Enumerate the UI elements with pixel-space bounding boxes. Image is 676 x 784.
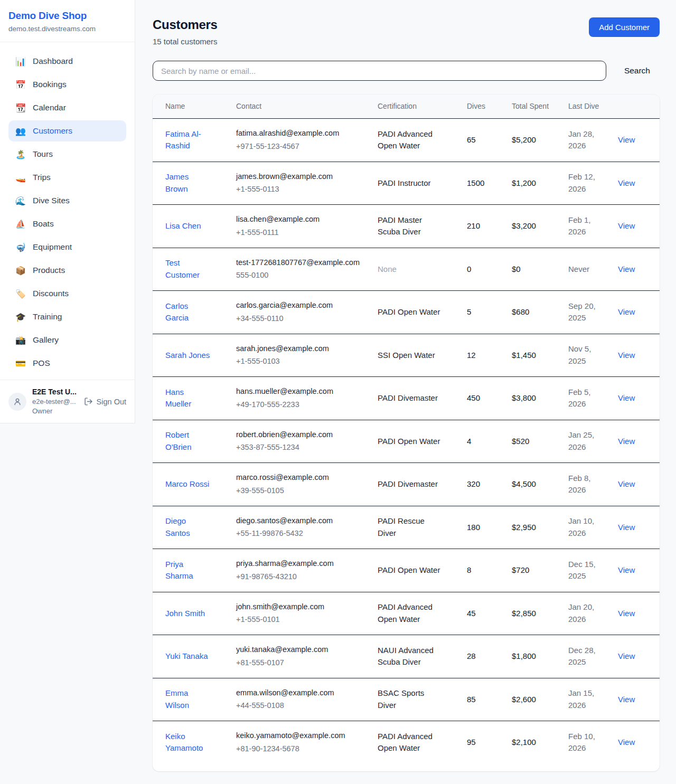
sidebar-item-tours[interactable]: 🏝️ Tours [8,144,126,165]
customer-last-dive: Dec 28, 2025 [562,635,618,678]
add-customer-button[interactable]: Add Customer [589,17,660,37]
sidebar-item-label: Dive Sites [33,196,70,205]
sidebar-item-trips[interactable]: 🚤 Trips [8,167,126,188]
customer-email: emma.wilson@example.com [236,687,365,699]
customer-contact: sarah.jones@example.com +1-555-0103 [230,334,371,377]
bar-chart-icon: 📊 [15,56,26,67]
customer-phone: +1-555-0113 [236,184,365,195]
sidebar-item-pos[interactable]: 💳 POS [8,353,126,374]
customer-certification: PADI Divemaster [371,377,461,420]
customer-email: carlos.garcia@example.com [236,300,365,311]
customer-name-link[interactable]: Yuki Tanaka [153,635,230,678]
customer-last-dive: Feb 5, 2026 [562,377,618,420]
sidebar-item-gallery[interactable]: 📸 Gallery [8,329,126,351]
view-link[interactable]: View [618,351,635,360]
sign-out-label: Sign Out [97,398,126,406]
customer-name-link[interactable]: John Smith [153,592,230,635]
sidebar-item-label: Training [33,312,62,322]
view-link[interactable]: View [618,651,635,660]
customer-contact: emma.wilson@example.com +44-555-0108 [230,678,371,721]
view-link[interactable]: View [618,695,635,704]
view-link[interactable]: View [618,135,635,144]
sidebar-item-equipment[interactable]: 🤿 Equipment [8,237,126,258]
view-link[interactable]: View [618,565,635,574]
customer-name-link[interactable]: James Brown [153,162,230,205]
sidebar-footer: E2E Test U... e2e-tester@... Owner Sign … [0,380,135,423]
customer-phone: +81-90-1234-5678 [236,743,365,755]
customer-contact: yuki.tanaka@example.com +81-555-0107 [230,635,371,678]
view-link[interactable]: View [618,523,635,532]
graduation-cap-icon: 🎓 [15,312,26,322]
sidebar-item-training[interactable]: 🎓 Training [8,306,126,327]
sidebar-item-label: Discounts [33,289,69,298]
view-link[interactable]: View [618,393,635,402]
customer-total-spent: $1,200 [505,162,562,205]
customer-certification: PADI Open Water [371,549,461,592]
customer-name-link[interactable]: Carlos Garcia [153,291,230,334]
app-root: Demo Dive Shop demo.test.divestreams.com… [0,0,676,771]
customer-phone: +971-55-123-4567 [236,141,365,153]
sidebar-item-customers[interactable]: 👥 Customers [8,120,126,141]
view-link[interactable]: View [618,221,635,230]
view-link[interactable]: View [618,738,635,747]
sidebar-item-discounts[interactable]: 🏷️ Discounts [8,283,126,304]
sidebar-item-label: Customers [33,126,72,136]
customer-total-spent: $1,450 [505,334,562,377]
user-role: Owner [32,407,78,416]
customer-contact: hans.mueller@example.com +49-170-555-223… [230,377,371,420]
tag-icon: 🏷️ [15,289,26,299]
user-email: e2e-tester@... [32,397,78,407]
view-link[interactable]: View [618,307,635,316]
customer-name-link[interactable]: Test Customer [153,248,230,291]
sidebar-item-label: Calendar [33,103,66,112]
customer-last-dive: Never [562,248,618,291]
customer-email: robert.obrien@example.com [236,429,365,441]
island-icon: 🏝️ [15,149,26,159]
sidebar-item-boats[interactable]: ⛵ Boats [8,213,126,234]
search-input[interactable] [153,61,606,81]
customer-name-link[interactable]: Fatima Al-Rashid [153,119,230,162]
column-total-spent: Total Spent [505,95,562,119]
table-row: Priya Sharma priya.sharma@example.com +9… [153,549,660,592]
sidebar-item-dive-sites[interactable]: 🌊 Dive Sites [8,190,126,211]
customer-certification: PADI Advanced Open Water [371,721,461,764]
customer-email: diego.santos@example.com [236,515,365,527]
search-button[interactable]: Search [621,65,653,76]
customer-email: fatima.alrashid@example.com [236,128,365,139]
view-link[interactable]: View [618,265,635,273]
sidebar-item-label: POS [33,358,50,368]
customer-name-link[interactable]: Keiko Yamamoto [153,721,230,764]
customer-name-link[interactable]: Sarah Jones [153,334,230,377]
view-link[interactable]: View [618,479,635,488]
customer-count: 15 total customers [153,37,218,46]
sidebar-item-bookings[interactable]: 📅 Bookings [8,74,126,95]
column-actions [618,95,660,119]
table-row: Carlos Garcia carlos.garcia@example.com … [153,291,660,334]
table-row: Diego Santos diego.santos@example.com +5… [153,506,660,549]
sidebar-item-products[interactable]: 📦 Products [8,260,126,281]
table-row: James Brown james.brown@example.com +1-5… [153,162,660,205]
table-row: John Smith john.smith@example.com +1-555… [153,592,660,635]
customer-name-link[interactable]: Marco Rossi [153,463,230,506]
customer-contact: carlos.garcia@example.com +34-555-0110 [230,291,371,334]
customer-total-spent: $720 [505,549,562,592]
customer-certification: PADI Advanced Open Water [371,119,461,162]
customer-name-link[interactable]: Hans Mueller [153,377,230,420]
view-link[interactable]: View [618,178,635,187]
credit-card-icon: 💳 [15,358,26,369]
customer-name-link[interactable]: Robert O'Brien [153,420,230,463]
customer-total-spent: $0 [505,248,562,291]
sidebar-item-calendar[interactable]: 📆 Calendar [8,97,126,118]
customer-dives: 180 [461,506,505,549]
customer-name-link[interactable]: Emma Wilson [153,678,230,721]
sidebar-item-dashboard[interactable]: 📊 Dashboard [8,51,126,72]
view-link[interactable]: View [618,609,635,618]
customer-certification: BSAC Sports Diver [371,678,461,721]
customer-email: yuki.tanaka@example.com [236,644,365,656]
view-link[interactable]: View [618,437,635,446]
customer-name-link[interactable]: Priya Sharma [153,549,230,592]
sign-out-button[interactable]: Sign Out [84,397,126,406]
customer-name-link[interactable]: Lisa Chen [153,205,230,248]
sidebar-item-label: Products [33,266,65,275]
customer-name-link[interactable]: Diego Santos [153,506,230,549]
